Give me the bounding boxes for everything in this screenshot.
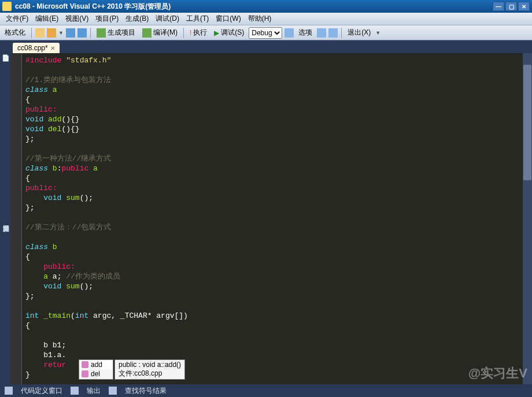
find-symbol-tab[interactable]: 查找符号结果 [125,386,167,396]
separator [31,28,32,38]
output-tab[interactable]: 输出 [87,386,101,396]
options-button[interactable]: 选项 [296,27,315,39]
intellisense-item-label: del [91,370,100,378]
window-title: cc08 - Microsoft Visual C++ 2010 学习版(管理员… [15,2,171,12]
title-bar: cc08 - Microsoft Visual C++ 2010 学习版(管理员… [0,0,532,13]
method-icon [82,370,88,377]
vertical-scrollbar[interactable] [523,53,532,384]
intellisense-item[interactable]: add [79,360,113,369]
file-tab-name: cc08.cpp* [17,44,48,52]
menu-help[interactable]: 帮助(H) [245,13,275,25]
menu-project[interactable]: 项目(P) [92,13,122,25]
code-definition-tab[interactable]: 代码定义窗口 [21,386,62,396]
new-project-icon[interactable] [35,28,45,38]
file-tab[interactable]: cc08.cpp* ✕ [13,43,60,53]
run-icon: ! [190,29,191,37]
intellisense-item-label: add [91,361,102,369]
format-label: 格式化 [5,28,25,38]
document-tabs: 📄 cc08.cpp* ✕ [0,40,532,53]
toolbar: 格式化 ▼ 生成项目 编译(M) ! 执行 ▶ 调试(S) Debug 选项 退… [0,25,532,40]
scrollbar-thumb[interactable] [523,65,531,180]
menu-edit[interactable]: 编辑(E) [32,13,62,25]
code-text[interactable]: #include "stdafx.h" //1.类的继承与包装方法 class … [22,53,523,384]
run-button[interactable]: ! 执行 [187,27,209,39]
menu-file[interactable]: 文件(F) [2,13,32,25]
save-icon[interactable] [66,28,75,38]
tooltip-file: 文件:cc08.cpp [119,369,181,379]
minimize-button[interactable]: — [493,2,504,11]
run-label: 执行 [193,28,207,38]
maximize-button[interactable]: ▢ [505,2,517,11]
build-project-label: 生成项目 [108,28,135,38]
close-tab-icon[interactable]: ✕ [50,45,55,51]
separator [90,28,91,38]
app-icon [2,2,12,11]
compile-label: 编译(M) [153,28,178,38]
tool-icon-1[interactable] [317,28,326,38]
separator [183,28,184,38]
output-icon [71,387,79,395]
intellisense-popup: add del public : void a::add() 文件:cc08.c… [79,359,185,380]
tab-pin-icon[interactable]: 📄 [0,53,12,66]
method-icon [82,361,88,368]
save-all-icon[interactable] [77,28,87,38]
solution-explorer-tab[interactable]: 解决方案资源管理器 [2,218,10,222]
dropdown-arrow-icon[interactable]: ▼ [375,30,380,36]
code-editor[interactable]: #include "stdafx.h" //1.类的继承与包装方法 class … [10,53,532,384]
menu-window[interactable]: 窗口(W) [212,13,244,25]
intellisense-item[interactable]: del [79,369,113,379]
bottom-panel-tabs: 代码定义窗口 输出 查找符号结果 [0,384,532,397]
intellisense-tooltip: public : void a::add() 文件:cc08.cpp [114,359,185,380]
tooltip-signature: public : void a::add() [119,361,181,369]
window-icon[interactable] [285,28,294,38]
play-icon: ▶ [214,29,219,37]
menu-view[interactable]: 视图(V) [62,13,92,25]
menu-bar: 文件(F) 编辑(E) 视图(V) 项目(P) 生成(B) 调试(D) 工具(T… [0,13,532,25]
format-button[interactable]: 格式化 [2,27,28,39]
menu-tools[interactable]: 工具(T) [183,13,212,25]
open-icon[interactable] [47,28,56,38]
tool-icon-2[interactable] [328,28,338,38]
menu-build[interactable]: 生成(B) [122,13,152,25]
compile-icon [142,28,152,38]
build-icon [97,28,106,38]
menu-debug[interactable]: 调试(D) [152,13,183,25]
close-button[interactable]: ✕ [518,2,530,11]
dropdown-arrow-icon[interactable]: ▼ [58,30,64,36]
code-gutter [10,53,22,384]
exit-button[interactable]: 退出(X) [345,27,373,39]
editor-area: 解决方案资源管理器 类视图 属性管理器 #include "stdafx.h" … [0,53,532,384]
config-select[interactable]: Debug [249,27,282,39]
options-label: 选项 [298,28,312,38]
side-panel-tabs: 解决方案资源管理器 类视图 属性管理器 [0,53,10,384]
find-symbol-icon [109,387,117,395]
debug-start-label: 调试(S) [221,28,244,38]
build-project-button[interactable]: 生成项目 [94,27,138,39]
code-def-icon [5,387,13,395]
compile-button[interactable]: 编译(M) [140,27,180,39]
intellisense-list[interactable]: add del [79,359,113,380]
separator [341,28,342,38]
exit-label: 退出(X) [348,28,371,38]
debug-start-button[interactable]: ▶ 调试(S) [212,27,246,39]
